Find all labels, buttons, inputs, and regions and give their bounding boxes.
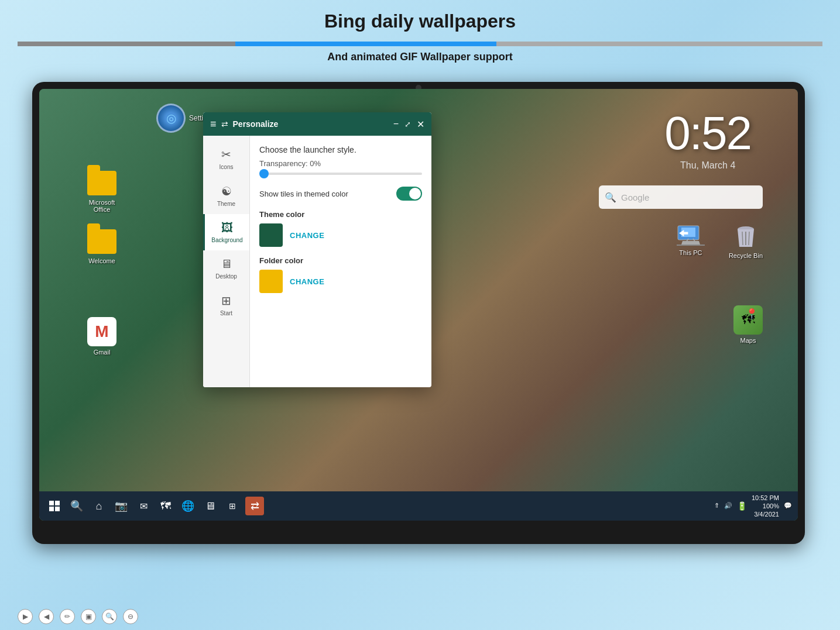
subtitle: And animated GIF Wallpaper support (0, 51, 840, 63)
page-title: Bing daily wallpapers (0, 11, 840, 32)
recycle-bin-icon (731, 223, 760, 250)
maps-label: Maps (740, 337, 756, 344)
taskbar-maps-icon[interactable]: 🗺 (156, 497, 175, 515)
window-controls: − ⤢ ✕ (393, 119, 424, 130)
search-box[interactable]: 🔍 Google (599, 185, 763, 209)
nav-item-desktop[interactable]: 🖥 Desktop (203, 250, 249, 287)
svg-line-6 (749, 232, 749, 245)
nav-item-background[interactable]: 🖼 Background (203, 214, 249, 250)
recycle-bin-label: Recycle Bin (729, 252, 763, 259)
theme-color-label: Theme color (259, 210, 422, 219)
icons-nav-label: Icons (220, 164, 234, 170)
window-titlebar: ≡ ⇄ Personalize − ⤢ ✕ (203, 112, 431, 136)
desktop-nav-label: Desktop (215, 273, 237, 280)
svg-rect-10 (55, 507, 60, 511)
theme-nav-icon: ☯ (221, 184, 232, 198)
taskbar-camera-icon[interactable]: 📷 (112, 497, 131, 515)
taskbar-battery-time: 🔋 (737, 501, 747, 511)
list-item[interactable]: MicrosoftOffice (87, 171, 116, 213)
close-button[interactable]: ✕ (417, 119, 424, 130)
folder-icon-welcome (87, 229, 116, 254)
bottom-nav-edit[interactable]: ✏ (60, 609, 75, 624)
maps-icon-area[interactable]: 🗺 📍 Maps (733, 305, 763, 344)
taskbar-desktop-icon[interactable]: ⊞ (223, 497, 242, 515)
taskbar-right-area: ⇑ 🔊 🔋 10:52 PM 100% 3/4/2021 💬 (714, 494, 792, 519)
taskbar-battery-pct: 100% (752, 502, 779, 510)
nav-item-theme[interactable]: ☯ Theme (203, 177, 249, 214)
hamburger-icon[interactable]: ≡ (210, 118, 217, 130)
icon-label-office: MicrosoftOffice (89, 199, 115, 213)
taskbar: 🔍 ⌂ 📷 ✉ 🗺 🌐 🖥 ⊞ ⇄ ⇑ 🔊 🔋 10:52 PM 100% 3/… (39, 491, 798, 521)
taskbar-globe-icon[interactable]: 🌐 (179, 497, 197, 515)
swap-icon: ⇄ (221, 119, 228, 129)
gmail-icon: M (87, 317, 116, 346)
right-desktop-icons: This PC Recycle Bin (676, 223, 763, 259)
background-nav-label: Background (211, 237, 242, 243)
slider-track (259, 173, 422, 175)
taskbar-date: 3/4/2021 (752, 510, 779, 518)
bottom-nav-play[interactable]: ▶ (18, 609, 33, 624)
start-nav-icon: ⊞ (221, 294, 231, 308)
list-item[interactable]: This PC (676, 223, 705, 256)
toggle-switch[interactable] (396, 187, 422, 201)
taskbar-datetime: 10:52 PM 100% 3/4/2021 (752, 494, 779, 519)
icons-nav-icon: ✂ (221, 147, 231, 161)
bottom-nav-back[interactable]: ◀ (39, 609, 54, 624)
taskbar-settings-icon[interactable]: ⇄ (245, 497, 264, 515)
clock-date: Thu, March 4 (664, 160, 751, 171)
window-body: ✂ Icons ☯ Theme 🖼 Background 🖥 Desktop (203, 136, 431, 387)
desktop-icons-left: MicrosoftOffice Welcome (87, 171, 116, 282)
restore-button[interactable]: ⤢ (404, 120, 411, 129)
taskbar-home-icon[interactable]: ⌂ (90, 497, 108, 515)
taskbar-windows-icon[interactable] (45, 497, 64, 515)
bottom-nav-print[interactable]: ▣ (81, 609, 96, 624)
svg-rect-2 (677, 245, 705, 246)
svg-rect-9 (49, 507, 54, 511)
choose-style-label: Choose the launcher style. (259, 145, 422, 154)
theme-color-swatch[interactable] (259, 223, 283, 247)
list-item[interactable]: Recycle Bin (729, 223, 763, 259)
taskbar-chat-icon[interactable]: 💬 (784, 502, 792, 509)
theme-nav-label: Theme (217, 201, 235, 207)
search-placeholder: Google (621, 192, 649, 202)
start-nav-label: Start (220, 310, 232, 316)
svg-rect-7 (49, 501, 54, 505)
gmail-icon-area[interactable]: M Gmail (87, 317, 116, 356)
desktop-nav-icon: 🖥 (221, 257, 232, 271)
svg-line-5 (742, 232, 743, 245)
nav-item-icons[interactable]: ✂ Icons (203, 140, 249, 177)
folder-color-swatch[interactable] (259, 270, 283, 293)
svg-rect-8 (55, 501, 60, 505)
this-pc-icon (676, 223, 705, 247)
folder-color-label: Folder color (259, 256, 422, 265)
theme-color-row: CHANGE (259, 223, 422, 247)
taskbar-time: 10:52 PM (752, 494, 779, 502)
minimize-button[interactable]: − (393, 119, 399, 129)
bottom-nav-minus[interactable]: ⊖ (123, 609, 138, 624)
clock-area: 0:52 Thu, March 4 (664, 106, 751, 171)
taskbar-search-icon[interactable]: 🔍 (67, 497, 86, 515)
toggle-label: Show tiles in themed color (259, 190, 348, 198)
transparency-slider[interactable] (259, 173, 422, 175)
taskbar-volume-icon: 🔊 (724, 502, 732, 509)
window-main-content: Choose the launcher style. Transparency:… (250, 136, 431, 387)
window-title: Personalize (233, 119, 389, 129)
transparency-label: Transparency: 0% (259, 159, 422, 168)
bottom-nav-zoom[interactable]: 🔍 (102, 609, 117, 624)
taskbar-mail-icon[interactable]: ✉ (134, 497, 153, 515)
clock-time: 0:52 (664, 106, 751, 160)
taskbar-monitor-icon[interactable]: 🖥 (201, 497, 220, 515)
folder-change-button[interactable]: CHANGE (290, 277, 324, 286)
settings-circle-icon (156, 104, 186, 133)
settings-button[interactable]: Setti... (156, 104, 209, 133)
list-item[interactable]: Welcome (87, 229, 116, 264)
slider-thumb[interactable] (259, 169, 269, 178)
personalize-window: ≡ ⇄ Personalize − ⤢ ✕ ✂ Icons ☯ (203, 112, 431, 387)
search-icon: 🔍 (605, 192, 616, 203)
toggle-row: Show tiles in themed color (259, 187, 422, 201)
screen: Setti... MicrosoftOffice Welcome M Gmail… (39, 89, 798, 521)
theme-change-button[interactable]: CHANGE (290, 231, 324, 240)
nav-item-start[interactable]: ⊞ Start (203, 287, 249, 323)
icon-label-welcome: Welcome (88, 257, 115, 264)
maps-icon: 🗺 📍 (733, 305, 763, 335)
